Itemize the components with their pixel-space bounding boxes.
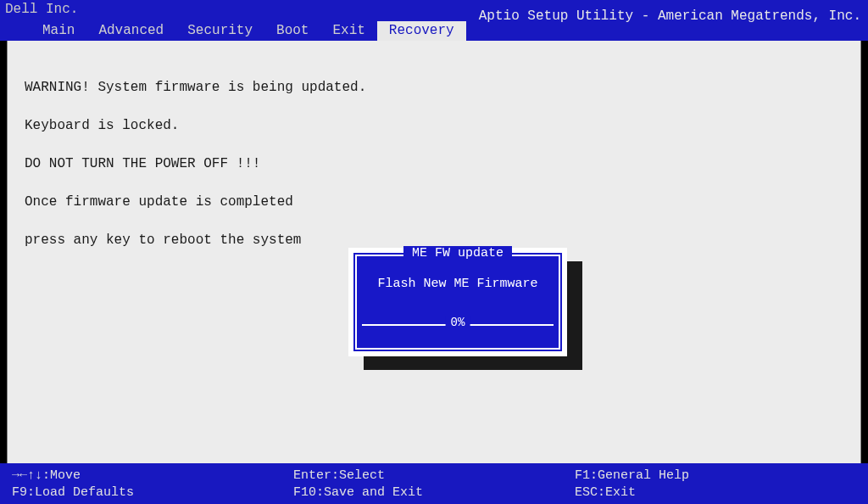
me-fw-update-dialog: ME FW update Flash New ME Firmware 0% <box>348 248 567 356</box>
utility-title: Aptio Setup Utility - American Megatrend… <box>479 8 861 24</box>
warning-line-4: Once firmware update is completed <box>25 193 843 211</box>
bios-content-panel: WARNING! System firmware is being update… <box>7 41 861 463</box>
tab-main[interactable]: Main <box>31 21 86 41</box>
progress-percent: 0% <box>446 316 470 329</box>
dialog-body: Flash New ME Firmware <box>357 256 559 291</box>
hint-move: →←↑↓:Move <box>12 468 293 483</box>
warning-line-2: Keyboard is locked. <box>25 116 843 135</box>
warning-line-1: WARNING! System firmware is being update… <box>25 78 843 97</box>
warning-line-3: DO NOT TURN THE POWER OFF !!! <box>25 154 843 173</box>
hint-saveexit: F10:Save and Exit <box>293 485 575 500</box>
hint-defaults: F9:Load Defaults <box>12 485 293 500</box>
firmware-warning: WARNING! System firmware is being update… <box>25 59 843 268</box>
tab-advanced[interactable]: Advanced <box>86 21 175 41</box>
bios-footer: →←↑↓:Move Enter:Select F1:General Help F… <box>0 463 868 504</box>
dialog-frame: ME FW update Flash New ME Firmware 0% <box>355 255 560 350</box>
tab-bar: Main Advanced Security Boot Exit Recover… <box>31 21 466 41</box>
hint-select: Enter:Select <box>293 468 575 483</box>
progress-bar: 0% <box>362 324 554 326</box>
tab-exit[interactable]: Exit <box>320 21 376 41</box>
tab-recovery[interactable]: Recovery <box>377 21 466 41</box>
hint-help: F1:General Help <box>575 468 856 483</box>
vendor-label: Dell Inc. <box>5 2 78 17</box>
progress-line: 0% <box>362 324 554 326</box>
dialog-title: ME FW update <box>403 246 512 260</box>
hint-esc: ESC:Exit <box>575 485 856 500</box>
tab-boot[interactable]: Boot <box>264 21 320 41</box>
bios-header: Dell Inc. Aptio Setup Utility - American… <box>0 0 868 41</box>
tab-security[interactable]: Security <box>175 21 264 41</box>
